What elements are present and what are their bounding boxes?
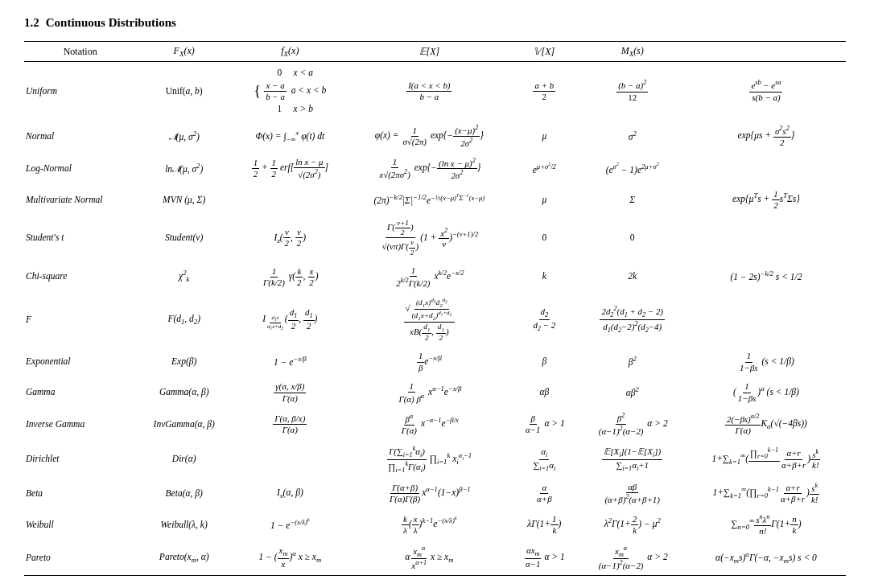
dist-variance: αβ2 [579, 377, 687, 409]
dist-mgf: 1+∑k=1∞(∏r=0k−1 α+rα+β+r)skk! [687, 441, 846, 478]
dist-variance: Σ [579, 185, 687, 215]
dist-mgf [687, 215, 846, 261]
section-number: 1.2 [24, 16, 39, 30]
dist-variance: λ2Γ(1+2k) − μ2 [579, 509, 687, 541]
dist-pdf: 1x√(2πσ2) exp{−(ln x − μ)22σ2} [348, 153, 511, 185]
dist-mean: αxmα−1 α > 1 [510, 541, 578, 576]
dist-pdf: 1βe−x/β [348, 347, 511, 376]
dist-mgf: ∑n=0∞snλnn!Γ(1+nk) [687, 509, 846, 541]
dist-pdf: √(d1x)d1d2d2(d1x+d2)d1+d2 xB(d12, d12) [348, 293, 511, 347]
table-row: Gamma Gamma(α, β) γ(α, x/β)Γ(α) 1Γ(α) βα… [24, 377, 846, 409]
dist-notation: 𝒩(μ, σ2) [136, 120, 232, 152]
dist-name: Gamma [24, 377, 136, 409]
table-row: Dirichlet Dir(α) Γ(∑i=1kαi) ∏i=1kΓ(αi) ∏… [24, 441, 846, 478]
dist-name: Uniform [24, 62, 136, 120]
dist-mgf: exp{μs + σ2s22} [687, 120, 846, 152]
dist-mean: d2d2 − 2 [510, 293, 578, 347]
dist-notation: MVN (μ, Σ) [136, 185, 232, 215]
dist-mean: β [510, 347, 578, 376]
dist-cdf [232, 441, 348, 478]
dist-variance: β2 [579, 347, 687, 376]
dist-pdf: (2π)−k/2|Σ|−1/2e−½(x−μ)TΣ−1(x−μ) [348, 185, 511, 215]
col-header-pdf: fX(x) [232, 42, 348, 62]
dist-notation: Exp(β) [136, 347, 232, 376]
dist-notation: InvGamma(α, β) [136, 408, 232, 440]
dist-mean: eμ+σ2/2 [510, 153, 578, 185]
dist-variance: (eσ2 − 1)e2μ+σ2 [579, 153, 687, 185]
dist-mean: λΓ(1+1k) [510, 509, 578, 541]
dist-mean: αβ [510, 377, 578, 409]
dist-variance: (b − a)212 [579, 62, 687, 120]
dist-mgf: (1 − 2s)−k/2 s < 1/2 [687, 261, 846, 293]
dist-name: Multivariate Normal [24, 185, 136, 215]
dist-mean: k [510, 261, 578, 293]
dist-name: Pareto [24, 541, 136, 576]
dist-mgf: 2(−βs)α/2Γ(α)Kα(√(−4βs)) [687, 408, 846, 440]
dist-mgf [687, 293, 846, 347]
dist-mean: μ [510, 185, 578, 215]
dist-notation: Gamma(α, β) [136, 377, 232, 409]
dist-mean: αα+β [510, 478, 578, 509]
dist-mean: a + b2 [510, 62, 578, 120]
dist-cdf: Φ(x) = ∫−∞x φ(t) dt [232, 120, 348, 152]
dist-name: Log-Normal [24, 153, 136, 185]
dist-notation: F(d1, d2) [136, 293, 232, 347]
dist-mgf: esb − esas(b − a) [687, 62, 846, 120]
dist-mean: αi∑i=1αi [510, 441, 578, 478]
dist-name: Inverse Gamma [24, 408, 136, 440]
dist-notation: ln𝒩(μ, σ2) [136, 153, 232, 185]
table-row: Chi-square χ2k 1Γ(k/2) γ(k2, x2) 12k/2Γ(… [24, 261, 846, 293]
dist-name: Chi-square [24, 261, 136, 293]
dist-variance: 0 [579, 215, 687, 261]
dist-cdf: { 0 x < a x − ab − a a < x < b 1 x > b [232, 62, 348, 120]
table-row: Inverse Gamma InvGamma(α, β) Γ(α, β/x)Γ(… [24, 408, 846, 440]
dist-pdf: φ(x) = 1σ√(2π) exp{−(x−μ)22σ2} [348, 120, 511, 152]
dist-notation: Unif(a, b) [136, 62, 232, 120]
dist-pdf: βαΓ(α) x−α−1e−β/x [348, 408, 511, 440]
dist-cdf: 1 − e−x/β [232, 347, 348, 376]
dist-variance: β2(α−1)2(α−2) α > 2 [579, 408, 687, 440]
dist-mgf: (11−βs)α (s < 1/β) [687, 377, 846, 409]
dist-variance: σ2 [579, 120, 687, 152]
dist-cdf: γ(α, x/β)Γ(α) [232, 377, 348, 409]
col-header-variance: 𝕍[X] [510, 42, 578, 62]
distributions-table: Notation FX(x) fX(x) 𝔼[X] 𝕍[X] MX(s) Uni… [24, 41, 846, 576]
dist-cdf: 1 − (xmx)α x ≥ xm [232, 541, 348, 576]
dist-mgf [687, 153, 846, 185]
table-row: Student's t Student(ν) Iz(ν2, ν2) Γ(ν+12… [24, 215, 846, 261]
dist-name: Exponential [24, 347, 136, 376]
dist-variance: 2k [579, 261, 687, 293]
dist-variance: 𝔼[Xi](1−𝔼[Xi])∑i=1αi+1 [579, 441, 687, 478]
col-header-mean: 𝔼[X] [348, 42, 511, 62]
dist-cdf: 12 + 12 erf[ln x − μ√(2σ2)] [232, 153, 348, 185]
dist-notation: Dir(α) [136, 441, 232, 478]
table-row: Uniform Unif(a, b) { 0 x < a x − ab − a … [24, 62, 846, 120]
dist-mgf: 11−βs (s < 1/β) [687, 347, 846, 376]
table-row: Normal 𝒩(μ, σ2) Φ(x) = ∫−∞x φ(t) dt φ(x)… [24, 120, 846, 152]
dist-pdf: Γ(ν+12)√(νπ)Γ(ν2)(1 + x2ν)−(ν+1)/2 [348, 215, 511, 261]
dist-pdf: αxmαxα+1 x ≥ xm [348, 541, 511, 576]
col-header-fx: FX(x) [136, 42, 232, 62]
dist-variance: 2d22(d1 + d2 − 2)d1(d2−2)2(d2−4) [579, 293, 687, 347]
dist-notation: χ2k [136, 261, 232, 293]
dist-cdf: Iz(ν2, ν2) [232, 215, 348, 261]
dist-name: F [24, 293, 136, 347]
dist-mean: μ [510, 120, 578, 152]
dist-pdf: Γ(α+β)Γ(α)Γ(β)xα−1(1−x)β−1 [348, 478, 511, 509]
table-row: Multivariate Normal MVN (μ, Σ) (2π)−k/2|… [24, 185, 846, 215]
dist-notation: Weibull(λ, k) [136, 509, 232, 541]
dist-cdf [232, 185, 348, 215]
section-title: Continuous Distributions [46, 16, 176, 30]
dist-mean: 0 [510, 215, 578, 261]
table-row: Exponential Exp(β) 1 − e−x/β 1βe−x/β β β… [24, 347, 846, 376]
dist-mgf: 1+∑k=1∞(∏r=0k−1α+rα+β+r)skk! [687, 478, 846, 509]
dist-pdf: 1Γ(α) βα xα−1e−x/β [348, 377, 511, 409]
table-row: Weibull Weibull(λ, k) 1 − e−(x/λ)k kλ(xλ… [24, 509, 846, 541]
table-row: Log-Normal ln𝒩(μ, σ2) 12 + 12 erf[ln x −… [24, 153, 846, 185]
dist-name: Dirichlet [24, 441, 136, 478]
dist-mgf: exp{μTs + 12sTΣs} [687, 185, 846, 215]
dist-mean: βα−1 α > 1 [510, 408, 578, 440]
dist-name: Weibull [24, 509, 136, 541]
dist-cdf: Id1xd1x+d2(d12, d12) [232, 293, 348, 347]
table-header-row: Notation FX(x) fX(x) 𝔼[X] 𝕍[X] MX(s) [24, 42, 846, 62]
